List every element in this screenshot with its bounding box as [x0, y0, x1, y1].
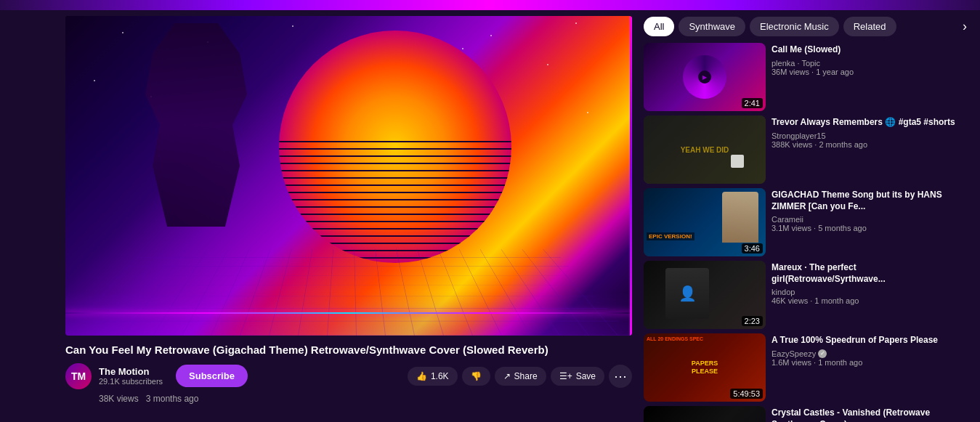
- main-layout: Can You Feel My Retrowave (Gigachad Them…: [0, 0, 980, 422]
- list-item[interactable]: EPIC VERSION! 3:46 GIGACHAD Theme Song b…: [644, 188, 971, 256]
- list-item[interactable]: Crystal Castles Vanished Crystal Castles…: [644, 406, 971, 422]
- duration-badge: 2:23: [742, 316, 763, 326]
- card-channel: Carameii: [772, 215, 971, 224]
- card-channel: plenka · Topic: [772, 59, 971, 68]
- save-icon: ☰+: [559, 371, 572, 381]
- thumbnail-5: PAPERSPLEASE ALL 20 ENDINGS SPEC 5:49:53: [644, 333, 766, 402]
- related-list: ▶ 2:41 Call Me (Slowed) plenka · Topic 3…: [641, 43, 974, 422]
- card-meta: 36M views · 1 year ago: [772, 68, 971, 76]
- channel-info: The Motion 29.1K subscribers: [99, 366, 163, 386]
- bottom-glow: [65, 292, 632, 336]
- video-section: Can You Feel My Retrowave (Gigachad Them…: [0, 10, 641, 422]
- card-info: GIGACHAD Theme Song but its by HANS ZIMM…: [772, 188, 971, 234]
- avatar: TM: [65, 363, 92, 389]
- upload-date: 3 months ago: [146, 394, 199, 404]
- more-options-button[interactable]: ⋯: [609, 365, 632, 388]
- card-title: Crystal Castles - Vanished (Retrowave Sy…: [772, 407, 971, 422]
- card-title: Trevor Always Remembers 🌐 #gta5 #shorts: [772, 117, 971, 129]
- view-count: 38K views: [99, 394, 139, 404]
- list-item[interactable]: ▶ 2:41 Call Me (Slowed) plenka · Topic 3…: [644, 43, 971, 111]
- thumbs-up-icon: 👍: [416, 371, 427, 381]
- thumbnail-3: EPIC VERSION! 3:46: [644, 188, 766, 256]
- subscriber-count: 29.1K subscribers: [99, 377, 163, 386]
- chip-next-button[interactable]: ›: [958, 16, 971, 37]
- card-title: GIGACHAD Theme Song but its by HANS ZIMM…: [772, 190, 971, 212]
- filter-bar: All Synthwave Electronic Music Related ›: [641, 10, 974, 43]
- chip-synthwave[interactable]: Synthwave: [679, 17, 745, 36]
- card-meta: 3.1M views · 5 months ago: [772, 224, 971, 232]
- top-bar: [0, 0, 980, 10]
- list-item[interactable]: PAPERSPLEASE ALL 20 ENDINGS SPEC 5:49:53…: [644, 333, 971, 402]
- share-button[interactable]: ↗ Share: [495, 367, 546, 386]
- channel-row: TM The Motion 29.1K subscribers Subscrib…: [65, 363, 632, 389]
- video-thumbnail: [65, 16, 632, 336]
- channel-name[interactable]: The Motion: [99, 366, 163, 377]
- subscribe-button[interactable]: Subscribe: [176, 365, 248, 387]
- list-item[interactable]: YEAH WE DID Trevor Always Remembers 🌐 #g…: [644, 115, 971, 184]
- card-title: Call Me (Slowed): [772, 44, 971, 56]
- thumbnail-1: ▶ 2:41: [644, 43, 766, 111]
- card-channel: Strongplayer15: [772, 131, 971, 140]
- card-meta: 388K views · 2 months ago: [772, 140, 971, 149]
- card-title: Mareux · The perfect girl(Retrowave/Syrt…: [772, 262, 971, 285]
- list-item[interactable]: 👤 2:23 Mareux · The perfect girl(Retrowa…: [644, 261, 971, 329]
- dislike-button[interactable]: 👎: [462, 367, 490, 386]
- card-channel: kindop: [772, 288, 971, 296]
- video-info: Can You Feel My Retrowave (Gigachad Them…: [65, 336, 632, 408]
- duration-badge: 3:46: [742, 243, 763, 253]
- card-info: Mareux · The perfect girl(Retrowave/Syrt…: [772, 261, 971, 307]
- thumbs-down-icon: 👎: [471, 371, 482, 381]
- video-title: Can You Feel My Retrowave (Gigachad Them…: [65, 343, 632, 357]
- sidebar: All Synthwave Electronic Music Related ›…: [641, 10, 980, 422]
- card-channel: EazySpeezy ✓: [772, 349, 971, 358]
- action-buttons: 👍 1.6K 👎 ↗ Share ☰+ Save ⋯: [408, 365, 632, 388]
- card-info: Trevor Always Remembers 🌐 #gta5 #shorts …: [772, 115, 971, 150]
- duration-badge: 2:41: [742, 98, 763, 108]
- thumbnail-2: YEAH WE DID: [644, 115, 766, 184]
- live-bar: [630, 16, 632, 336]
- thumbnail-6: Crystal Castles Vanished: [644, 406, 766, 422]
- card-meta: 46K views · 1 month ago: [772, 296, 971, 305]
- save-button[interactable]: ☰+ Save: [551, 367, 604, 386]
- video-player[interactable]: [65, 16, 632, 336]
- card-info: A True 100% Speedrun of Papers Please Ea…: [772, 333, 971, 368]
- card-info: Call Me (Slowed) plenka · Topic 36M view…: [772, 43, 971, 78]
- like-button[interactable]: 👍 1.6K: [408, 367, 458, 386]
- like-count: 1.6K: [431, 371, 449, 381]
- chip-all[interactable]: All: [644, 17, 674, 36]
- retro-sun: [279, 31, 511, 263]
- share-icon: ↗: [503, 371, 511, 381]
- thumbnail-4: 👤 2:23: [644, 261, 766, 329]
- chip-electronic-music[interactable]: Electronic Music: [750, 17, 839, 36]
- video-stats: 38K views 3 months ago: [65, 394, 632, 404]
- card-info: Crystal Castles - Vanished (Retrowave Sy…: [772, 406, 971, 422]
- card-meta: 1.6M views · 1 month ago: [772, 358, 971, 367]
- duration-badge: 5:49:53: [730, 389, 763, 399]
- card-title: A True 100% Speedrun of Papers Please: [772, 335, 971, 346]
- epic-badge: EPIC VERSION!: [647, 232, 694, 240]
- verified-icon: ✓: [818, 349, 827, 358]
- chip-related[interactable]: Related: [843, 17, 896, 36]
